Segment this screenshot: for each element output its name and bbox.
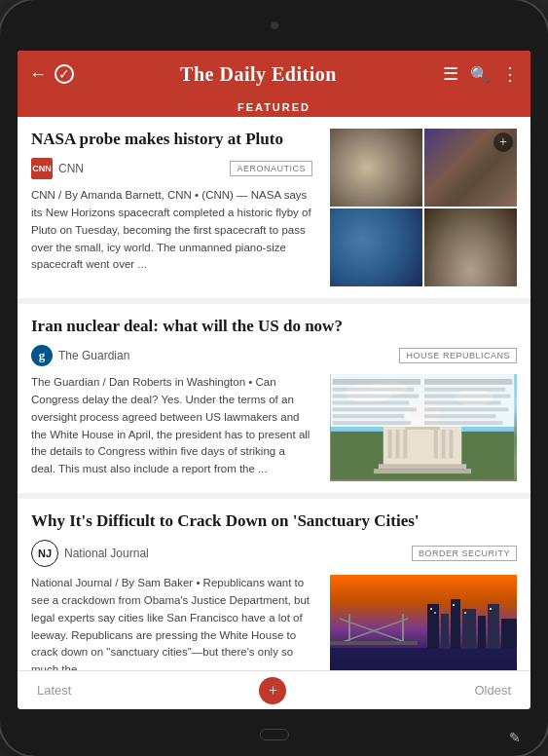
capitol-svg	[330, 374, 515, 479]
bottom-bar: Latest + Oldest ✎	[18, 670, 530, 709]
svg-rect-40	[330, 641, 418, 645]
article-card: NASA probe makes history at Pluto CNN CN…	[18, 117, 530, 304]
svg-rect-52	[490, 608, 492, 610]
article-text-section: NASA probe makes history at Pluto CNN CN…	[31, 129, 320, 286]
svg-rect-50	[453, 604, 455, 606]
svg-rect-8	[403, 430, 407, 458]
svg-rect-19	[333, 379, 420, 385]
article-body-row: NASA probe makes history at Pluto CNN CN…	[31, 129, 517, 286]
svg-rect-49	[434, 612, 436, 614]
tablet-camera	[271, 21, 278, 29]
svg-rect-43	[451, 599, 460, 649]
article-body-row: National Journal / By Sam Baker • Republ…	[31, 575, 517, 670]
more-icon[interactable]: ⋮	[501, 63, 519, 85]
svg-rect-16	[379, 464, 466, 469]
oldest-tab[interactable]: Oldest	[474, 683, 511, 698]
svg-rect-42	[441, 614, 449, 649]
tablet-home-button[interactable]	[260, 729, 289, 740]
article-body-row: The Guardian / Dan Roberts in Washington…	[31, 374, 517, 481]
svg-rect-48	[430, 608, 432, 610]
svg-rect-35	[330, 648, 517, 670]
image-grid: +	[330, 129, 517, 286]
tablet-screen: ← ✓ The Daily Edition ☰ 🔍 ⋮ FEATURED NAS…	[18, 51, 530, 709]
pluto-surface-image[interactable]	[424, 208, 517, 286]
tablet-frame: ← ✓ The Daily Edition ☰ 🔍 ⋮ FEATURED NAS…	[0, 0, 548, 756]
article-tag[interactable]: AERONAUTICS	[230, 161, 312, 176]
svg-rect-21	[333, 395, 419, 398]
svg-rect-6	[388, 430, 392, 458]
source-name: The Guardian	[58, 349, 129, 362]
article-tag[interactable]: HOUSE REPUBLICANS	[399, 348, 517, 363]
svg-rect-45	[478, 616, 486, 649]
crowd-image[interactable]: +	[424, 129, 517, 207]
capitol-image[interactable]	[330, 374, 517, 481]
source-left: CNN CNN	[31, 158, 84, 179]
app-title: The Daily Edition	[74, 63, 443, 86]
article-images: +	[330, 129, 517, 286]
add-button[interactable]: +	[259, 677, 286, 704]
pluto-image-1[interactable]	[330, 129, 422, 207]
check-icon[interactable]: ✓	[55, 64, 74, 84]
svg-rect-28	[424, 388, 505, 392]
latest-tab[interactable]: Latest	[37, 683, 71, 698]
source-left: g The Guardian	[31, 345, 129, 366]
featured-bar: FEATURED	[18, 97, 530, 117]
featured-label: FEATURED	[237, 101, 311, 113]
svg-rect-22	[333, 401, 410, 405]
svg-rect-25	[333, 421, 412, 425]
image-placeholder	[424, 208, 517, 286]
svg-rect-46	[488, 604, 499, 649]
svg-rect-30	[424, 401, 501, 405]
guardian-logo: g	[31, 345, 53, 366]
article-title[interactable]: NASA probe makes history at Pluto	[31, 129, 312, 150]
nj-logo: NJ	[31, 540, 58, 567]
source-name: National Journal	[64, 547, 149, 560]
svg-rect-33	[424, 421, 503, 425]
app-header: ← ✓ The Daily Edition ☰ 🔍 ⋮	[18, 51, 530, 97]
svg-rect-7	[396, 430, 400, 458]
source-left: NJ National Journal	[31, 540, 149, 567]
image-placeholder	[330, 129, 422, 207]
svg-rect-41	[427, 604, 439, 649]
svg-rect-47	[501, 619, 517, 649]
search-icon[interactable]: 🔍	[470, 65, 490, 84]
image-placeholder	[330, 208, 422, 286]
svg-rect-9	[434, 430, 438, 458]
pluto-earth-image[interactable]	[330, 208, 422, 286]
skyline-svg	[330, 575, 517, 670]
svg-rect-32	[424, 414, 496, 418]
svg-rect-10	[442, 430, 446, 458]
plus-icon: +	[269, 682, 277, 699]
svg-rect-29	[424, 395, 510, 398]
cnn-logo: CNN	[31, 158, 53, 179]
add-more-icon[interactable]: +	[493, 132, 513, 152]
article-card: + Why It's Difficult to Crack Down on 'S…	[18, 499, 530, 670]
content-area[interactable]: NASA probe makes history at Pluto CNN CN…	[18, 117, 530, 670]
article-title[interactable]: Iran nuclear deal: what will the US do n…	[31, 316, 517, 337]
svg-rect-27	[424, 379, 512, 385]
article-card: + Iran nuclear deal: what will the US do…	[18, 304, 530, 499]
svg-rect-20	[333, 388, 414, 392]
svg-rect-17	[374, 469, 471, 473]
article-source-row: CNN CNN AERONAUTICS	[31, 158, 312, 179]
svg-rect-23	[333, 407, 417, 411]
article-body: CNN / By Amanda Barnett, CNN • (CNN) — N…	[31, 187, 312, 274]
svg-rect-24	[333, 414, 405, 418]
svg-rect-11	[449, 430, 453, 458]
back-icon[interactable]: ←	[29, 64, 47, 85]
header-left: ← ✓	[29, 64, 74, 85]
article-title[interactable]: Why It's Difficult to Crack Down on 'San…	[31, 510, 517, 532]
svg-rect-51	[464, 612, 466, 614]
article-source-row: g The Guardian HOUSE REPUBLICANS	[31, 345, 517, 366]
header-right: ☰ 🔍 ⋮	[443, 63, 519, 85]
article-source-row: NJ National Journal BORDER SECURITY	[31, 540, 517, 567]
article-tag[interactable]: BORDER SECURITY	[412, 546, 517, 561]
menu-icon[interactable]: ☰	[443, 63, 458, 85]
article-body: The Guardian / Dan Roberts in Washington…	[31, 374, 311, 481]
svg-rect-44	[462, 609, 476, 649]
skyline-image[interactable]	[330, 575, 517, 670]
article-body: National Journal / By Sam Baker • Republ…	[31, 575, 311, 670]
svg-rect-31	[424, 407, 508, 411]
source-name: CNN	[58, 162, 84, 175]
